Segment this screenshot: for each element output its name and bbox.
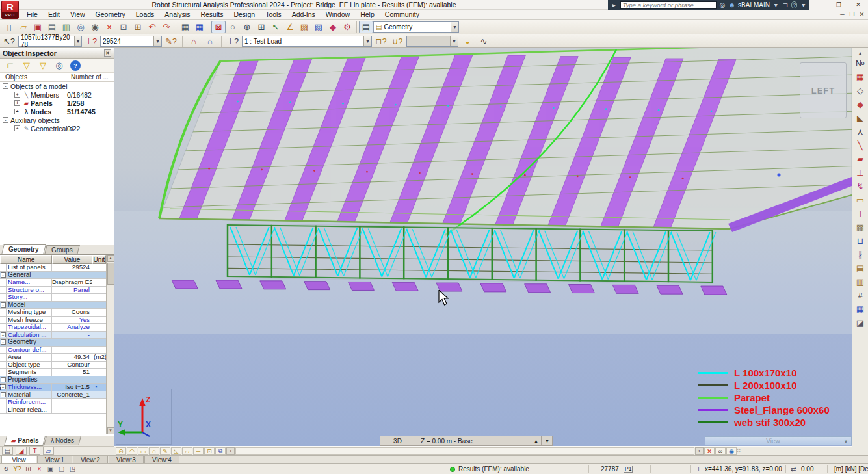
- tree-item-members[interactable]: +╲Members0/16482: [0, 90, 114, 99]
- property-row-calculation[interactable]: +Calculation ...-: [0, 332, 114, 339]
- screen-capture-icon[interactable]: ◉: [88, 21, 102, 33]
- column-header-name[interactable]: Name: [0, 255, 52, 264]
- hatch-icon[interactable]: ▨: [297, 21, 311, 33]
- view-tab-0[interactable]: View: [1, 456, 36, 463]
- brush-select-icon[interactable]: ✎?: [164, 35, 178, 47]
- releases-icon[interactable]: ∦: [854, 248, 867, 261]
- paste-icon[interactable]: ⊞: [131, 21, 145, 33]
- plane-down-button[interactable]: ▼: [542, 436, 553, 446]
- property-row-trapezoidal[interactable]: Trapezoidal...Analyze: [0, 324, 114, 332]
- menu-addins[interactable]: Add-Ins: [287, 10, 320, 19]
- solids-icon[interactable]: ◆: [854, 98, 867, 111]
- property-value[interactable]: 51: [52, 369, 92, 376]
- snap-value[interactable]: 0.00: [801, 466, 813, 473]
- bars-icon[interactable]: ╲: [854, 138, 867, 152]
- inspector-search-icon[interactable]: ◎: [54, 60, 64, 71]
- section-row-properties[interactable]: -Properties: [0, 376, 114, 384]
- close-view-icon[interactable]: ×: [34, 464, 44, 473]
- property-value[interactable]: Iso t=1.5: [52, 384, 92, 391]
- resize-grip[interactable]: ∷: [737, 448, 741, 454]
- menu-community[interactable]: Community: [380, 10, 424, 19]
- frames-icon[interactable]: #: [854, 289, 867, 302]
- tree-expand-icon[interactable]: +: [14, 109, 20, 114]
- work-plane-cell[interactable]: Z = 0.00 m - Base: [415, 436, 514, 446]
- folder-view-icon[interactable]: ▱: [43, 447, 54, 455]
- load-definition-icon[interactable]: ↯: [854, 179, 867, 193]
- filter-remove-icon[interactable]: ▽: [38, 60, 48, 71]
- box-view-1-icon[interactable]: ▣: [46, 464, 55, 473]
- load-records-icon[interactable]: ⊓?: [374, 35, 388, 47]
- deformation-display-icon[interactable]: ▱: [182, 447, 192, 455]
- view-tab-1[interactable]: View:1: [37, 456, 72, 463]
- chevron-down-icon[interactable]: ▼: [363, 36, 371, 46]
- property-table-scrollbar[interactable]: ▲ ▼: [106, 255, 114, 434]
- load-case-combo[interactable]: 1 : Test Load▼: [242, 36, 372, 47]
- close-attributes-icon[interactable]: ✕: [704, 447, 715, 455]
- bar-selection-combo[interactable]: 1057to1377By20 78▼: [18, 36, 82, 47]
- property-row-objecttype[interactable]: Object typeContour: [0, 362, 114, 369]
- tab-groups[interactable]: Groups: [44, 245, 79, 254]
- tree-expand-icon[interactable]: +: [14, 125, 20, 131]
- property-value[interactable]: Coons: [52, 309, 92, 316]
- menu-tools[interactable]: Tools: [261, 10, 286, 19]
- chevron-down-icon[interactable]: ▼: [153, 36, 161, 46]
- help-search-input[interactable]: [620, 1, 717, 9]
- attributes-display-icon[interactable]: ⧉: [215, 447, 226, 455]
- snap-mode-badge[interactable]: P1: [624, 466, 633, 473]
- chevron-down-icon[interactable]: ∨: [841, 438, 851, 444]
- zoom-all-icon[interactable]: ⊞: [254, 21, 269, 33]
- scroll-up-arrow-icon[interactable]: ▲: [107, 255, 114, 262]
- menu-edit[interactable]: Edit: [44, 10, 64, 19]
- redo-icon[interactable]: ↷: [159, 21, 174, 33]
- menu-results[interactable]: Results: [196, 10, 228, 19]
- supports-display-icon[interactable]: ⌂: [149, 447, 159, 455]
- chevron-down-icon[interactable]: ▼: [450, 36, 458, 46]
- minus-box-icon[interactable]: -: [1, 272, 6, 278]
- property-value[interactable]: Concrete_1: [52, 391, 92, 399]
- property-value[interactable]: [52, 399, 92, 406]
- help-icon[interactable]: ?: [791, 1, 797, 8]
- model-viewport[interactable]: LEFT L 100x170x10L 200x100x10ParapetStee…: [114, 48, 852, 446]
- tree-expand-icon[interactable]: +: [14, 92, 20, 98]
- row-expand-gutter[interactable]: +: [0, 332, 7, 339]
- view-cube-face-label[interactable]: LEFT: [811, 86, 835, 96]
- building-icon[interactable]: ▥: [854, 275, 867, 289]
- property-row-structureo[interactable]: Structure o...Panel: [0, 287, 114, 295]
- cart-icon[interactable]: ⊐: [782, 1, 789, 8]
- tab-geometry[interactable]: Geometry: [1, 244, 46, 254]
- scrollbar-thumb[interactable]: [107, 263, 114, 285]
- materials-icon[interactable]: ▩: [854, 220, 867, 234]
- tree-item-nodes[interactable]: +λNodes51/14745: [0, 107, 114, 116]
- undo-icon[interactable]: ↶: [145, 21, 159, 33]
- box-view-2-icon[interactable]: ▢: [57, 464, 66, 473]
- node-numbers-icon[interactable]: ⊙: [116, 447, 126, 455]
- notes-icon[interactable]: ▤: [2, 447, 13, 455]
- mdi-minimize-button[interactable]: ─: [837, 10, 847, 19]
- user-dropdown-icon[interactable]: ▾: [772, 1, 780, 8]
- minus-box-icon[interactable]: -: [1, 339, 6, 345]
- extrude-icon[interactable]: ◣: [854, 111, 867, 125]
- tree-expand-icon[interactable]: -: [3, 83, 8, 89]
- menu-design[interactable]: Design: [229, 10, 259, 19]
- property-row-thickness[interactable]: +Thickness...Iso t=1.5◔: [0, 384, 114, 391]
- geometry-supports-icon[interactable]: ⊔: [854, 234, 867, 248]
- tree-item-objectsofamodel[interactable]: -Objects of a model: [0, 82, 114, 90]
- view-3d-button[interactable]: ⌂: [203, 35, 217, 47]
- plus-box-icon[interactable]: +: [1, 332, 6, 337]
- property-value[interactable]: -: [52, 332, 92, 339]
- panels-icon[interactable]: ▰: [854, 152, 867, 166]
- view-tab-2[interactable]: View:2: [73, 456, 108, 463]
- property-value[interactable]: [52, 347, 92, 354]
- user-icon[interactable]: ☻: [728, 1, 735, 8]
- section-row-general[interactable]: -General: [0, 272, 114, 280]
- section-cut-icon[interactable]: ◪: [854, 316, 867, 330]
- property-row-name[interactable]: Name...Diaphragm ES: [0, 279, 114, 287]
- restore-button[interactable]: ❐: [829, 0, 848, 10]
- deformation-icon[interactable]: ∿: [477, 35, 491, 47]
- delete-icon[interactable]: ×: [102, 21, 116, 33]
- select-bars-icon[interactable]: ↖?: [2, 35, 16, 47]
- row-expand-gutter[interactable]: +: [0, 391, 7, 399]
- section-row-geometry[interactable]: -Geometry: [0, 339, 114, 347]
- property-row-meshfreeze[interactable]: Mesh freezeYes: [0, 317, 114, 324]
- view-mode-cell[interactable]: 3D: [380, 436, 415, 446]
